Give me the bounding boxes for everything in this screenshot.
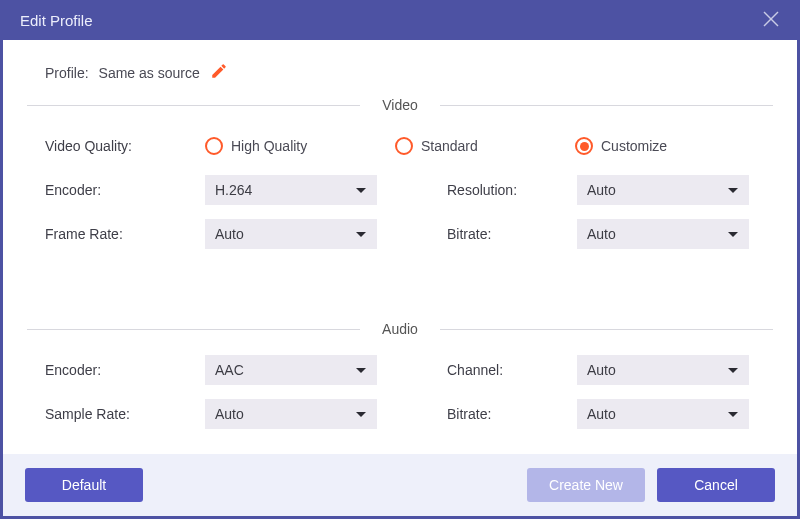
window-title: Edit Profile xyxy=(20,12,93,29)
video-framerate-row: Frame Rate: Auto Bitrate: Auto xyxy=(45,219,773,249)
audio-samplerate-select[interactable]: Auto xyxy=(205,399,377,429)
audio-samplerate-row: Sample Rate: Auto Bitrate: Auto xyxy=(45,399,773,429)
radio-customize[interactable]: Customize xyxy=(575,137,667,155)
audio-encoder-row: Encoder: AAC Channel: Auto xyxy=(45,355,773,385)
video-section-divider: Video xyxy=(27,97,773,113)
chevron-down-icon xyxy=(355,406,367,422)
radio-icon xyxy=(205,137,223,155)
video-quality-row: Video Quality: High Quality Standard Cus… xyxy=(45,131,773,161)
edit-profile-window: Edit Profile Profile: Same as source Vid… xyxy=(0,0,800,519)
content-area: Profile: Same as source Video Video Qual… xyxy=(3,40,797,454)
chevron-down-icon xyxy=(727,226,739,242)
select-value: AAC xyxy=(215,362,244,378)
chevron-down-icon xyxy=(355,182,367,198)
video-resolution-select[interactable]: Auto xyxy=(577,175,749,205)
video-encoder-row: Encoder: H.264 Resolution: Auto xyxy=(45,175,773,205)
radio-high-quality[interactable]: High Quality xyxy=(205,137,395,155)
radio-icon xyxy=(395,137,413,155)
video-resolution-label: Resolution: xyxy=(447,182,577,198)
audio-bitrate-label: Bitrate: xyxy=(447,406,577,422)
chevron-down-icon xyxy=(727,406,739,422)
dialog-footer: Default Create New Cancel xyxy=(3,454,797,516)
audio-samplerate-label: Sample Rate: xyxy=(45,406,205,422)
chevron-down-icon xyxy=(355,226,367,242)
radio-standard[interactable]: Standard xyxy=(395,137,575,155)
radio-icon xyxy=(575,137,593,155)
audio-channel-label: Channel: xyxy=(447,362,577,378)
select-value: Auto xyxy=(587,182,616,198)
select-value: H.264 xyxy=(215,182,252,198)
profile-row: Profile: Same as source xyxy=(45,62,773,83)
select-value: Auto xyxy=(587,362,616,378)
video-quality-label: Video Quality: xyxy=(45,138,205,154)
audio-encoder-label: Encoder: xyxy=(45,362,205,378)
video-bitrate-label: Bitrate: xyxy=(447,226,577,242)
chevron-down-icon xyxy=(727,362,739,378)
radio-label: Standard xyxy=(421,138,478,154)
audio-channel-select[interactable]: Auto xyxy=(577,355,749,385)
video-framerate-label: Frame Rate: xyxy=(45,226,205,242)
profile-label: Profile: xyxy=(45,65,89,81)
select-value: Auto xyxy=(587,406,616,422)
video-section-label: Video xyxy=(360,97,440,113)
profile-value: Same as source xyxy=(99,65,200,81)
audio-encoder-select[interactable]: AAC xyxy=(205,355,377,385)
titlebar: Edit Profile xyxy=(0,0,800,40)
select-value: Auto xyxy=(587,226,616,242)
video-quality-radios: High Quality Standard Customize xyxy=(205,137,667,155)
dialog-body: Profile: Same as source Video Video Qual… xyxy=(3,40,797,454)
audio-bitrate-select[interactable]: Auto xyxy=(577,399,749,429)
chevron-down-icon xyxy=(355,362,367,378)
create-new-button[interactable]: Create New xyxy=(527,468,645,502)
chevron-down-icon xyxy=(727,182,739,198)
select-value: Auto xyxy=(215,406,244,422)
select-value: Auto xyxy=(215,226,244,242)
video-encoder-label: Encoder: xyxy=(45,182,205,198)
edit-icon[interactable] xyxy=(210,62,228,83)
video-bitrate-select[interactable]: Auto xyxy=(577,219,749,249)
radio-label: Customize xyxy=(601,138,667,154)
default-button[interactable]: Default xyxy=(25,468,143,502)
audio-section-divider: Audio xyxy=(27,321,773,337)
video-framerate-select[interactable]: Auto xyxy=(205,219,377,249)
close-icon[interactable] xyxy=(762,10,780,31)
audio-section-label: Audio xyxy=(360,321,440,337)
cancel-button[interactable]: Cancel xyxy=(657,468,775,502)
video-encoder-select[interactable]: H.264 xyxy=(205,175,377,205)
radio-label: High Quality xyxy=(231,138,307,154)
